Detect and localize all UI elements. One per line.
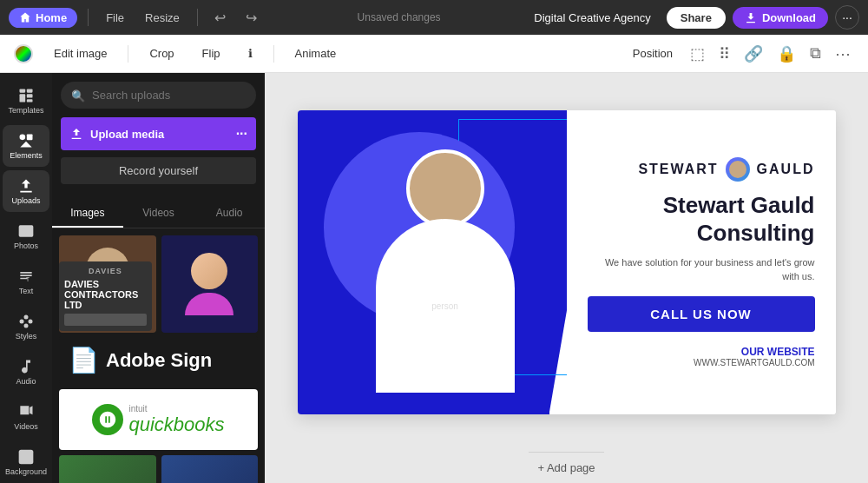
home-button[interactable]: Home — [9, 8, 77, 28]
svg-marker-7 — [20, 142, 31, 148]
more-icon[interactable]: ⋯ — [832, 41, 854, 67]
svg-rect-6 — [27, 135, 33, 141]
sidebar-item-elements[interactable]: Elements — [3, 125, 49, 167]
svg-rect-4 — [27, 99, 33, 102]
thumbnail-3[interactable]: DAVIES DAVIES CONTRACTORS LTD — [59, 261, 152, 331]
sidebar-item-audio[interactable]: Audio — [3, 351, 49, 393]
flip-button[interactable]: Flip — [195, 43, 227, 63]
website-url: WWW.STEWARTGAULD.COM — [588, 358, 815, 367]
tab-videos[interactable]: Videos — [123, 200, 194, 228]
color-swatch[interactable] — [14, 44, 33, 63]
animate-button[interactable]: Animate — [288, 43, 344, 63]
design-right-content: STEWART GAULD Stewart Gauld Consulting W… — [567, 110, 836, 414]
design-canvas[interactable]: person STEWART GAULD — [298, 110, 836, 414]
svg-rect-2 — [20, 94, 26, 102]
design-subtitle: We have solution for your business and l… — [588, 255, 815, 284]
resize-button[interactable]: Resize — [138, 8, 187, 28]
svg-text:T: T — [26, 276, 30, 282]
sep — [273, 45, 274, 63]
tab-images[interactable]: Images — [52, 200, 123, 228]
search-icon: 🔍 — [71, 89, 85, 102]
position-button[interactable]: Position — [626, 43, 680, 63]
qb-logo: intuit quickbooks — [92, 404, 224, 436]
thumbnail-adobe[interactable]: 📄 Adobe Sign — [59, 336, 258, 384]
duplicate-icon[interactable]: ⧉ — [806, 41, 825, 66]
main-layout: Templates Elements Uploads Photos T Text… — [0, 73, 868, 483]
sidebar-label-templates: Templates — [8, 106, 43, 115]
subtoolbar-right: Position ⬚ ⠿ 🔗 🔒 ⧉ ⋯ — [626, 41, 854, 67]
sidebar-item-text[interactable]: T Text — [3, 261, 49, 302]
website-label: OUR WEBSITE — [588, 346, 815, 358]
sidebar-item-videos[interactable]: Videos — [3, 396, 49, 438]
sidebar-item-styles[interactable]: Styles — [3, 306, 49, 347]
svg-rect-1 — [27, 89, 33, 93]
svg-point-11 — [20, 320, 24, 324]
svg-rect-3 — [27, 94, 33, 97]
undo-button[interactable]: ↩ — [208, 5, 233, 30]
unsaved-label: Unsaved changes — [271, 11, 528, 23]
sidebar-label-text: Text — [19, 287, 34, 295]
thumbnail-5[interactable]: business card layout — [161, 455, 259, 483]
sidebar-label-background: Background — [5, 467, 47, 476]
adobe-label: Adobe Sign — [106, 349, 212, 372]
separator — [197, 9, 198, 26]
add-page-bar[interactable]: + Add page — [529, 452, 603, 483]
redo-button[interactable]: ↪ — [240, 5, 264, 30]
thumbnail-4[interactable]: 🌿 — [59, 455, 156, 483]
panel-search-area: 🔍 — [52, 73, 265, 117]
sidebar-item-uploads[interactable]: Uploads — [3, 170, 49, 212]
tab-audio[interactable]: Audio — [194, 200, 265, 228]
download-button[interactable]: Download — [733, 7, 828, 29]
thumbnail-2[interactable] — [161, 235, 259, 333]
project-title: Digital Creative Agency — [534, 11, 650, 24]
svg-point-12 — [24, 315, 29, 320]
panel-tabs: Images Videos Audio — [52, 200, 265, 228]
sidebar-label-styles: Styles — [16, 332, 37, 341]
grid-icon[interactable]: ⠿ — [715, 41, 733, 67]
person-figure: person — [358, 141, 532, 410]
design-title: Stewart Gauld Consulting — [588, 192, 815, 246]
canvas-container: ⬜ ⤢ person — [298, 110, 836, 414]
svg-rect-15 — [19, 450, 34, 465]
canvas-area: ⬜ ⤢ person — [265, 73, 868, 483]
qb-circle — [92, 404, 123, 435]
thumbnail-quickbooks[interactable]: intuit quickbooks — [59, 389, 258, 450]
lock-icon[interactable]: 🔒 — [773, 41, 799, 67]
svg-point-14 — [24, 324, 29, 328]
cta-button[interactable]: CALL US NOW — [588, 296, 815, 332]
panel-content: DAVIES DAVIES CONTRACTORS LTD 📄 Adobe Si… — [52, 228, 265, 483]
canvas-wrapper: ⬜ ⤢ person — [265, 73, 868, 452]
sidebar-label-photos: Photos — [14, 242, 38, 250]
sidebar-label-uploads: Uploads — [11, 196, 40, 205]
topbar: Home File Resize ↩ ↪ Unsaved changes Dig… — [0, 0, 868, 35]
brand-header: STEWART GAULD — [588, 157, 815, 182]
svg-point-5 — [20, 135, 26, 141]
brand-name-2: GAULD — [757, 162, 815, 177]
adobe-icon: 📄 — [68, 345, 99, 376]
file-button[interactable]: File — [99, 8, 131, 28]
brand-name-1: STEWART — [638, 162, 718, 177]
edit-image-button[interactable]: Edit image — [47, 43, 114, 63]
more-button[interactable]: ··· — [835, 5, 859, 30]
share-button[interactable]: Share — [667, 7, 726, 29]
svg-point-13 — [29, 320, 33, 324]
upload-media-button[interactable]: Upload media ··· — [61, 117, 256, 150]
intuit-label: intuit — [128, 404, 224, 414]
crop-button[interactable]: Crop — [142, 43, 181, 63]
info-button[interactable]: ℹ — [241, 43, 260, 63]
search-input[interactable] — [61, 82, 256, 109]
brand-avatar — [726, 157, 750, 182]
sep — [128, 45, 128, 63]
record-button[interactable]: Record yourself — [61, 157, 256, 184]
website-block: OUR WEBSITE WWW.STEWARTGAULD.COM — [588, 346, 815, 367]
sidebar-item-background[interactable]: Background — [3, 441, 49, 483]
align-icon[interactable]: ⬚ — [687, 41, 708, 67]
upload-more-icon[interactable]: ··· — [236, 126, 247, 142]
sidebar-label-audio: Audio — [16, 377, 36, 386]
sidebar-item-photos[interactable]: Photos — [3, 215, 49, 257]
quickbooks-label: quickbooks — [128, 414, 224, 436]
upload-panel: 🔍 Upload media ··· Record yourself Image… — [52, 73, 265, 483]
sidebar-item-templates[interactable]: Templates — [3, 80, 49, 122]
link-icon[interactable]: 🔗 — [740, 41, 766, 67]
svg-rect-0 — [20, 89, 26, 93]
